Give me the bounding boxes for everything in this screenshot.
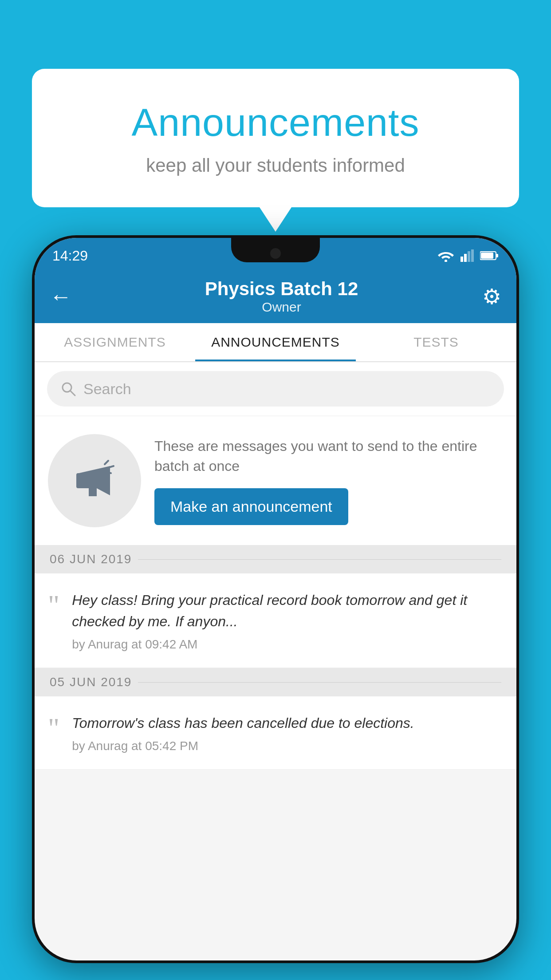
svg-rect-1 <box>460 257 463 262</box>
date-divider-1: 06 JUN 2019 <box>35 545 516 573</box>
svg-point-0 <box>445 260 447 262</box>
announcement-meta-2: by Anurag at 05:42 PM <box>72 739 503 753</box>
tab-assignments[interactable]: ASSIGNMENTS <box>35 323 195 361</box>
svg-line-9 <box>70 391 75 395</box>
promo-right: These are messages you want to send to t… <box>154 436 503 526</box>
phone-notch <box>231 238 320 262</box>
search-bar[interactable]: Search <box>47 371 504 407</box>
front-camera <box>270 248 281 259</box>
phone-frame: 14:29 <box>32 235 519 963</box>
quote-icon-1: " <box>48 591 59 620</box>
back-button[interactable]: ← <box>50 284 72 309</box>
main-subtitle: keep all your students informed <box>59 155 492 176</box>
svg-rect-7 <box>481 253 493 259</box>
quote-icon-2: " <box>48 714 59 743</box>
divider-line-1 <box>138 559 501 560</box>
speech-bubble-card: Announcements keep all your students inf… <box>32 69 519 207</box>
announcement-content-2: Tomorrow's class has been cancelled due … <box>72 712 503 753</box>
speech-bubble-section: Announcements keep all your students inf… <box>32 69 519 207</box>
tab-announcements[interactable]: ANNOUNCEMENTS <box>195 323 356 361</box>
search-bar-container: Search <box>35 362 516 415</box>
search-placeholder: Search <box>83 380 131 398</box>
svg-rect-2 <box>464 254 467 262</box>
tab-announcements-label: ANNOUNCEMENTS <box>211 335 340 350</box>
svg-line-14 <box>106 472 111 473</box>
megaphone-icon <box>70 456 119 505</box>
svg-rect-11 <box>76 473 89 488</box>
date-divider-2: 05 JUN 2019 <box>35 668 516 696</box>
svg-rect-4 <box>471 249 474 262</box>
app-bar-subtitle: Owner <box>81 300 482 315</box>
status-icons <box>437 249 499 262</box>
divider-line-2 <box>138 682 501 683</box>
promo-description: These are messages you want to send to t… <box>154 436 503 476</box>
make-announcement-button[interactable]: Make an announcement <box>154 488 348 525</box>
content-area: Search <box>35 362 516 770</box>
status-time: 14:29 <box>52 248 88 264</box>
svg-rect-3 <box>468 251 470 262</box>
phone-screen: 14:29 <box>35 238 516 960</box>
svg-line-12 <box>105 461 108 464</box>
tab-bar: ASSIGNMENTS ANNOUNCEMENTS TESTS <box>35 323 516 362</box>
app-bar: ← Physics Batch 12 Owner ⚙ <box>35 270 516 323</box>
wifi-icon <box>437 249 454 262</box>
announcement-icon-circle <box>48 434 141 527</box>
tab-tests[interactable]: TESTS <box>356 323 516 361</box>
app-bar-title: Physics Batch 12 <box>81 278 482 300</box>
search-icon <box>60 381 76 397</box>
date-2: 05 JUN 2019 <box>50 675 132 689</box>
main-title: Announcements <box>59 100 492 145</box>
phone-inner: 14:29 <box>35 238 516 960</box>
date-1: 06 JUN 2019 <box>50 552 132 566</box>
svg-rect-6 <box>496 254 498 257</box>
announcement-meta-1: by Anurag at 09:42 AM <box>72 637 503 652</box>
announcement-item-1[interactable]: " Hey class! Bring your practical record… <box>35 573 516 668</box>
settings-gear-icon[interactable]: ⚙ <box>482 284 501 309</box>
announcement-content-1: Hey class! Bring your practical record b… <box>72 589 503 652</box>
announcement-text-2: Tomorrow's class has been cancelled due … <box>72 712 503 734</box>
signal-icon <box>460 249 474 262</box>
tab-tests-label: TESTS <box>413 335 459 350</box>
battery-icon <box>480 250 499 261</box>
tab-assignments-label: ASSIGNMENTS <box>64 335 165 350</box>
announcement-text-1: Hey class! Bring your practical record b… <box>72 589 503 632</box>
app-bar-title-group: Physics Batch 12 Owner <box>81 278 482 315</box>
promo-section: These are messages you want to send to t… <box>35 416 516 545</box>
announcement-item-2[interactable]: " Tomorrow's class has been cancelled du… <box>35 696 516 770</box>
